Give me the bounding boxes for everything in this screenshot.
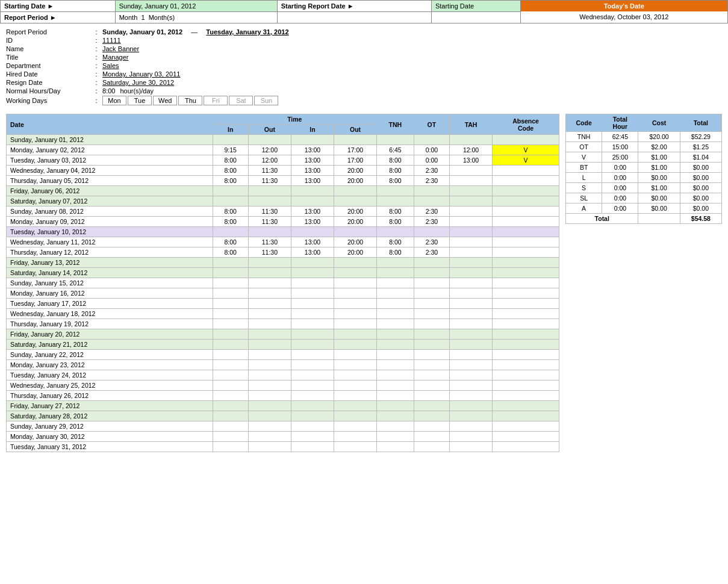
summary-cell: 0:00 — [602, 183, 638, 193]
table-cell — [414, 135, 449, 145]
table-cell — [334, 381, 377, 391]
table-cell: 2:30 — [414, 217, 449, 227]
table-cell: 12:00 — [248, 145, 291, 155]
table-cell — [414, 411, 449, 421]
table-cell — [334, 309, 377, 319]
table-cell — [248, 258, 291, 268]
table-cell: Tuesday, January 10, 2012 — [7, 227, 213, 237]
table-cell — [414, 309, 449, 319]
table-cell: 13:00 — [291, 247, 334, 258]
department-value: Sales — [102, 62, 223, 69]
table-cell — [213, 391, 248, 401]
summary-col-total: Total — [680, 114, 721, 132]
table-cell — [377, 258, 414, 268]
table-cell — [377, 340, 414, 350]
table-cell — [450, 135, 493, 145]
table-cell — [414, 258, 449, 268]
summary-cell: $1.00 — [638, 152, 680, 163]
starting-report-date-value: Starting Date — [431, 1, 520, 12]
title-value: Manager — [102, 54, 223, 61]
table-cell — [450, 432, 493, 442]
summary-table: Code TotalHour Cost Total TNH62:45$20.00… — [565, 114, 722, 224]
table-cell — [493, 442, 559, 452]
table-cell — [377, 401, 414, 411]
table-cell — [493, 340, 559, 350]
report-period-colon: : — [90, 28, 102, 36]
table-cell — [377, 278, 414, 288]
table-cell: 0:00 — [414, 145, 449, 155]
col-in1: In — [213, 125, 248, 135]
summary-cell: SL — [566, 193, 602, 203]
table-cell: 13:00 — [291, 237, 334, 247]
resign-date-value: Saturday, June 30, 2012 — [102, 79, 223, 86]
table-cell — [377, 196, 414, 207]
table-cell: 11:30 — [248, 176, 291, 186]
summary-cell: $0.00 — [680, 183, 721, 193]
table-cell — [414, 340, 449, 350]
table-cell — [414, 401, 449, 411]
table-cell: 8:00 — [377, 155, 414, 166]
table-cell — [450, 421, 493, 432]
table-cell: Sunday, January 29, 2012 — [7, 421, 213, 432]
table-cell — [291, 401, 334, 411]
table-cell — [291, 278, 334, 288]
table-cell: 8:00 — [213, 247, 248, 258]
table-cell — [248, 381, 291, 391]
table-cell — [334, 186, 377, 196]
table-cell — [377, 288, 414, 299]
table-cell: Thursday, January 26, 2012 — [7, 391, 213, 401]
table-cell — [377, 329, 414, 340]
table-cell: 8:00 — [377, 237, 414, 247]
table-cell: 8:00 — [213, 155, 248, 166]
col-out2: Out — [334, 125, 377, 135]
table-cell — [334, 442, 377, 452]
table-cell: Sunday, January 08, 2012 — [7, 207, 213, 217]
table-cell — [291, 360, 334, 370]
summary-cell: 62:45 — [602, 132, 638, 142]
department-label: Department — [6, 62, 90, 69]
table-cell — [291, 391, 334, 401]
table-cell: 8:00 — [377, 176, 414, 186]
table-cell — [377, 381, 414, 391]
table-cell — [450, 299, 493, 309]
table-cell: 11:30 — [248, 217, 291, 227]
table-cell — [213, 309, 248, 319]
table-cell — [291, 411, 334, 421]
table-cell — [213, 432, 248, 442]
table-cell — [334, 370, 377, 381]
table-cell — [248, 421, 291, 432]
table-cell — [334, 411, 377, 421]
table-cell — [414, 381, 449, 391]
table-cell — [414, 299, 449, 309]
table-cell: 6:45 — [377, 145, 414, 155]
table-cell: Friday, January 06, 2012 — [7, 186, 213, 196]
table-cell — [450, 360, 493, 370]
table-cell — [493, 329, 559, 340]
table-cell — [414, 288, 449, 299]
table-cell — [213, 442, 248, 452]
table-cell — [334, 227, 377, 237]
table-cell: Thursday, January 19, 2012 — [7, 319, 213, 329]
summary-cell: $0.00 — [638, 193, 680, 203]
table-cell — [291, 442, 334, 452]
table-cell — [334, 432, 377, 442]
table-cell — [213, 411, 248, 421]
table-cell: Friday, January 13, 2012 — [7, 258, 213, 268]
id-colon: : — [90, 37, 102, 44]
summary-cell: BT — [566, 163, 602, 173]
table-cell — [450, 340, 493, 350]
table-cell: 8:00 — [213, 207, 248, 217]
table-cell — [213, 196, 248, 207]
col-ot: OT — [414, 114, 449, 135]
table-cell — [414, 360, 449, 370]
working-day-mon: Mon — [102, 96, 126, 105]
table-cell: Saturday, January 14, 2012 — [7, 268, 213, 278]
table-cell — [450, 442, 493, 452]
table-cell: 20:00 — [334, 166, 377, 176]
table-cell: 12:00 — [450, 145, 493, 155]
col-tnh: TNH — [377, 114, 414, 135]
table-cell — [414, 186, 449, 196]
summary-cell: 25:00 — [602, 152, 638, 163]
normal-hours-unit: hour(s)/day — [120, 87, 154, 95]
working-days-boxes: MonTueWedThuFriSatSun — [102, 96, 278, 105]
